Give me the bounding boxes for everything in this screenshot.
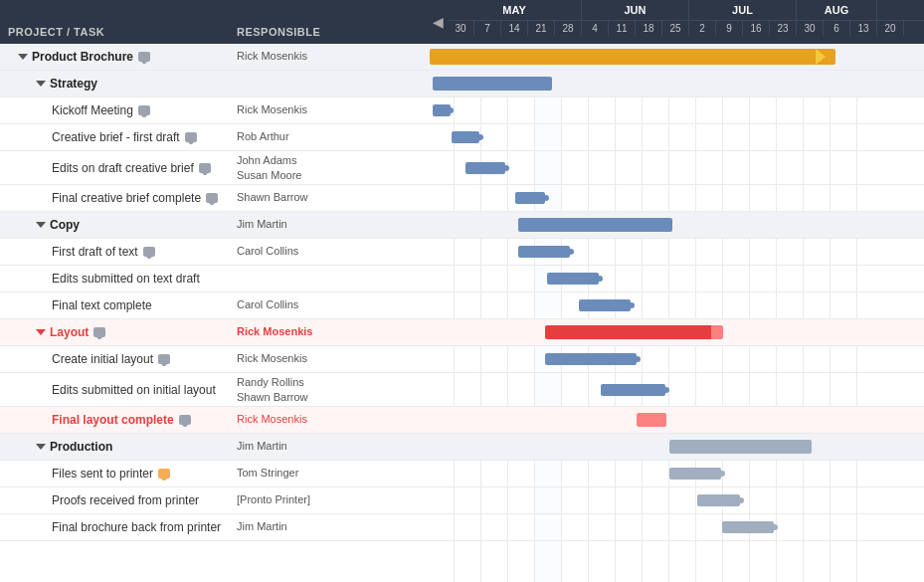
row-copy[interactable]: Copy Jim Martin	[0, 212, 428, 239]
dot-final-brochure	[772, 524, 778, 530]
row-first-draft-text[interactable]: First draft of text Carol Collins	[0, 239, 428, 266]
row-final-text[interactable]: Final text complete Carol Collins	[0, 292, 428, 319]
resp-final-brochure: Jim Martin	[229, 520, 428, 533]
expand-icon-layout	[36, 329, 46, 335]
dot-proofs	[738, 497, 744, 503]
row-production[interactable]: Production Jim Martin	[0, 434, 428, 461]
comment-icon-final-creative[interactable]	[206, 193, 218, 203]
date-21: 21	[528, 21, 555, 36]
date-30: 30	[448, 21, 474, 36]
task-name-final-layout: Final layout complete	[0, 413, 229, 427]
chart-row-product-brochure	[428, 44, 924, 71]
resp-final-text: Carol Collins	[229, 298, 428, 311]
date-16: 16	[743, 21, 770, 36]
chart-row-kickoff	[428, 97, 924, 124]
comment-icon-final-layout[interactable]	[179, 415, 191, 425]
row-creative-brief[interactable]: Creative brief - first draft Rob Arthur	[0, 124, 428, 151]
month-jul: JUL	[689, 0, 797, 20]
header-responsible-label: RESPONSIBLE	[237, 26, 420, 38]
task-name-final-text: Final text complete	[0, 298, 229, 312]
month-jun: JUN	[582, 0, 689, 20]
row-final-layout[interactable]: Final layout complete Rick Mosenkis	[0, 407, 428, 434]
row-final-creative[interactable]: Final creative brief complete Shawn Barr…	[0, 185, 428, 212]
dot-edits-text	[597, 276, 603, 282]
comment-icon-product-brochure[interactable]	[138, 52, 150, 62]
comment-icon-layout[interactable]	[93, 327, 105, 337]
gantt-body: Product Brochure Rick Mosenkis Strategy …	[0, 44, 924, 582]
chart-row-layout	[428, 319, 924, 346]
dot-final-creative	[543, 195, 549, 201]
resp-first-draft-text: Carol Collins	[229, 245, 428, 258]
task-name-first-draft-text: First draft of text	[0, 245, 229, 259]
header-dates: 30 7 14 21 28 4 11 18 25 2 9 16 23 30 6 …	[448, 21, 924, 36]
bar-production	[669, 440, 812, 454]
resp-final-creative: Shawn Barrow	[229, 191, 428, 204]
chart-row-files-printer	[428, 461, 924, 487]
task-name-product-brochure: Product Brochure	[0, 50, 229, 64]
task-name-edits-layout: Edits submitted on initial layout	[0, 383, 229, 397]
bar-proofs	[697, 494, 740, 506]
task-name-edits-draft: Edits on draft creative brief	[0, 161, 229, 175]
month-may: MAY	[448, 0, 582, 20]
header-project-task-label: PROJECT / TASK	[8, 26, 237, 38]
dot-create-layout	[635, 356, 641, 362]
comment-icon-first-draft-text[interactable]	[143, 247, 155, 257]
expand-icon-product-brochure	[18, 54, 28, 60]
comment-icon-files-printer[interactable]	[158, 469, 170, 479]
chart-row-strategy	[428, 71, 924, 97]
bar-end-product-brochure	[816, 49, 826, 65]
row-final-brochure[interactable]: Final brochure back from printer Jim Mar…	[0, 514, 428, 541]
date-13: 13	[850, 21, 877, 36]
task-name-production: Production	[0, 440, 229, 454]
gantt-chart	[428, 44, 924, 582]
resp-create-layout: Rick Mosenkis	[229, 352, 428, 365]
task-name-final-brochure: Final brochure back from printer	[0, 520, 229, 534]
comment-icon-creative-brief[interactable]	[185, 132, 197, 142]
chart-row-edits-layout	[428, 373, 924, 407]
row-layout[interactable]: Layout Rick Mosenkis	[0, 319, 428, 346]
resp-edits-draft: John AdamsSusan Moore	[229, 153, 428, 182]
task-name-files-printer: Files sent to printer	[0, 467, 229, 481]
bar-product-brochure	[430, 49, 835, 65]
header-timeline: MAY JUN JUL AUG 30 7 14 21 28 4 11 18 25…	[448, 0, 924, 44]
bar-creative-brief	[452, 131, 479, 143]
bar-final-creative	[515, 192, 545, 204]
date-6: 6	[824, 21, 850, 36]
chart-row-proofs	[428, 487, 924, 514]
row-edits-draft[interactable]: Edits on draft creative brief John Adams…	[0, 151, 428, 185]
date-20: 20	[877, 21, 904, 36]
row-edits-text[interactable]: Edits submitted on text draft	[0, 266, 428, 292]
bar-final-text	[579, 299, 631, 311]
task-name-edits-text: Edits submitted on text draft	[0, 272, 229, 286]
expand-icon-production	[36, 444, 46, 450]
bar-strategy	[433, 77, 552, 91]
date-4: 4	[582, 21, 609, 36]
bar-layout-end	[711, 325, 723, 339]
dot-first-draft	[568, 249, 574, 255]
row-product-brochure[interactable]: Product Brochure Rick Mosenkis	[0, 44, 428, 71]
nav-back-button[interactable]: ◀	[428, 0, 448, 44]
row-strategy[interactable]: Strategy	[0, 71, 428, 97]
header-months: MAY JUN JUL AUG	[448, 0, 924, 21]
comment-icon-edits-draft[interactable]	[199, 163, 211, 173]
row-edits-layout[interactable]: Edits submitted on initial layout Randy …	[0, 373, 428, 407]
bar-first-draft	[518, 246, 570, 258]
task-name-copy: Copy	[0, 218, 229, 232]
date-9: 9	[716, 21, 743, 36]
resp-layout: Rick Mosenkis	[229, 325, 428, 338]
row-create-layout[interactable]: Create initial layout Rick Mosenkis	[0, 346, 428, 373]
date-2: 2	[689, 21, 716, 36]
row-kickoff[interactable]: Kickoff Meeting Rick Mosenkis	[0, 97, 428, 124]
task-name-proofs: Proofs received from printer	[0, 493, 229, 507]
comment-icon-kickoff[interactable]	[138, 105, 150, 115]
date-11: 11	[609, 21, 636, 36]
resp-final-layout: Rick Mosenkis	[229, 413, 428, 426]
task-name-strategy: Strategy	[0, 77, 229, 91]
bar-edits-draft	[465, 162, 505, 174]
date-25: 25	[662, 21, 689, 36]
row-proofs[interactable]: Proofs received from printer [Pronto Pri…	[0, 487, 428, 514]
row-files-printer[interactable]: Files sent to printer Tom Stringer	[0, 461, 428, 487]
comment-icon-create-layout[interactable]	[158, 354, 170, 364]
resp-creative-brief: Rob Arthur	[229, 130, 428, 143]
bar-files-printer	[669, 468, 721, 480]
